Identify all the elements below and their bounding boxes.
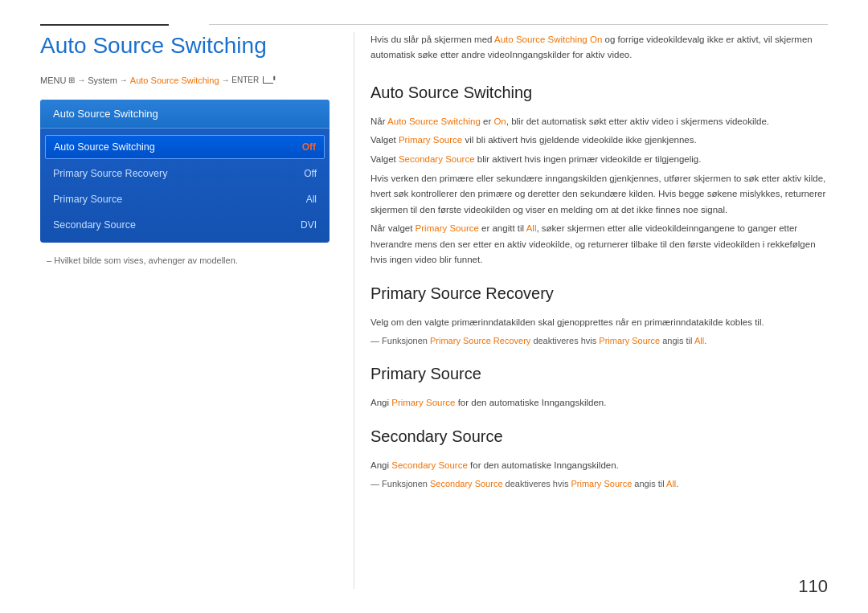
breadcrumb-highlight: Auto Source Switching <box>130 76 219 85</box>
page-title: Auto Source Switching <box>40 32 330 59</box>
section-primary-source-content: Angi Primary Source for den automatiske … <box>371 395 828 411</box>
menu-item-secondary-source-label: Secondary Source <box>53 219 301 231</box>
section-auto-source-title: Auto Source Switching <box>371 79 828 106</box>
breadcrumb-arrow-1: ⊞ → <box>68 76 85 84</box>
right-column: Hvis du slår på skjermen med Auto Source… <box>354 32 828 589</box>
menu-item-primary-recovery-label: Primary Source Recovery <box>53 168 304 179</box>
menu-items: Auto Source Switching Off Primary Source… <box>40 129 330 243</box>
section-primary-recovery: Primary Source Recovery Velg om den valg… <box>371 280 828 349</box>
menu-item-primary-recovery-value: Off <box>304 168 317 179</box>
section-auto-source-content: Når Auto Source Switching er On, blir de… <box>371 114 828 268</box>
section-primary-recovery-content: Velg om den valgte primærinndatakilden s… <box>371 315 828 349</box>
section-auto-source: Auto Source Switching Når Auto Source Sw… <box>371 79 828 268</box>
section-primary-source-title: Primary Source <box>371 360 828 387</box>
menu-item-primary-recovery[interactable]: Primary Source Recovery Off <box>40 161 330 186</box>
menu-item-auto-source-label: Auto Source Switching <box>54 141 302 153</box>
menu-item-auto-source-value: Off <box>302 141 316 153</box>
breadcrumb-system: System <box>88 76 117 85</box>
page-number: 110 <box>798 576 828 597</box>
section-primary-source: Primary Source Angi Primary Source for d… <box>371 360 828 411</box>
section-primary-recovery-title: Primary Source Recovery <box>371 280 828 307</box>
menu-item-auto-source[interactable]: Auto Source Switching Off <box>45 135 325 159</box>
top-divider-left <box>40 24 169 26</box>
menu-item-secondary-source[interactable]: Secondary Source DVI <box>40 212 330 238</box>
menu-box-title: Auto Source Switching <box>40 100 330 129</box>
menu-item-primary-source-value: All <box>306 194 317 205</box>
breadcrumb-arrow-2: → <box>120 76 128 84</box>
breadcrumb-menu: MENU <box>40 76 66 85</box>
section-secondary-source: Secondary Source Angi Secondary Source f… <box>371 423 828 492</box>
intro-highlight-1: Auto Source Switching On <box>494 35 602 44</box>
left-column: Auto Source Switching MENU ⊞ → System → … <box>40 32 330 589</box>
intro-text: Hvis du slår på skjermen med Auto Source… <box>371 32 828 63</box>
header-line <box>209 24 828 25</box>
breadcrumb-arrow-3: → ENTER <box>222 76 260 84</box>
menu-box: Auto Source Switching Auto Source Switch… <box>40 100 330 243</box>
breadcrumb: MENU ⊞ → System → Auto Source Switching … <box>40 76 330 85</box>
menu-item-secondary-source-value: DVI <box>301 219 317 231</box>
menu-item-primary-source[interactable]: Primary Source All <box>40 186 330 212</box>
section-secondary-source-content: Angi Secondary Source for den automatisk… <box>371 458 828 492</box>
menu-note: Hvilket bilde som vises, avhenger av mod… <box>40 255 330 265</box>
section-secondary-source-title: Secondary Source <box>371 423 828 450</box>
menu-item-primary-source-label: Primary Source <box>53 194 306 205</box>
